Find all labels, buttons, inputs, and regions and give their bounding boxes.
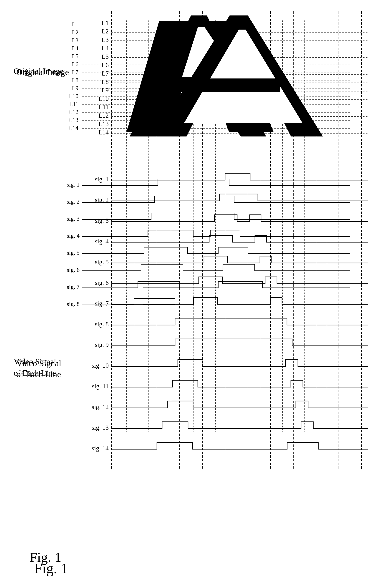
svg-text:sig. 2: sig. 2 (95, 196, 109, 203)
svg-text:sig. 13: sig. 13 (92, 424, 109, 431)
svg-text:sig. 14: sig. 14 (92, 445, 109, 452)
svg-text:L5: L5 (102, 53, 109, 60)
original-image-text: Original Image (16, 67, 69, 77)
svg-text:L7: L7 (102, 70, 109, 77)
svg-text:sig. 1: sig. 1 (95, 176, 109, 183)
svg-text:sig. 8: sig. 8 (95, 321, 109, 328)
page-container: Original Image Video Signal of Each Line… (0, 0, 377, 588)
svg-text:L13: L13 (98, 120, 109, 127)
svg-text:Video Signal: Video Signal (16, 359, 61, 368)
svg-text:L3: L3 (102, 36, 109, 43)
svg-text:sig. 9: sig. 9 (95, 341, 109, 348)
svg-text:L10: L10 (98, 95, 109, 102)
svg-rect-123 (175, 78, 280, 92)
svg-text:L12: L12 (98, 112, 109, 119)
svg-text:sig. 10: sig. 10 (92, 362, 109, 369)
svg-text:sig. 4: sig. 4 (95, 238, 109, 245)
svg-text:L4: L4 (102, 45, 109, 52)
svg-text:sig. 6: sig. 6 (95, 279, 109, 286)
svg-text:sig. 3: sig. 3 (95, 217, 109, 224)
svg-text:sig. 7: sig. 7 (95, 300, 109, 307)
svg-text:sig. 11: sig. 11 (92, 383, 109, 390)
svg-text:sig. 12: sig. 12 (92, 403, 109, 410)
svg-text:L14: L14 (98, 129, 109, 136)
svg-text:Fig.  1: Fig. 1 (34, 560, 68, 576)
svg-text:L2: L2 (102, 28, 109, 35)
svg-text:sig. 5: sig. 5 (95, 258, 109, 265)
full-diagram: .label-text { font-family: 'Times New Ro… (0, 0, 377, 588)
svg-text:L9: L9 (102, 87, 109, 94)
svg-text:of Each Line: of Each Line (16, 369, 61, 379)
svg-text:L8: L8 (102, 78, 109, 85)
svg-text:L11: L11 (99, 104, 109, 110)
svg-text:L6: L6 (102, 61, 109, 69)
svg-text:L1: L1 (102, 19, 109, 26)
